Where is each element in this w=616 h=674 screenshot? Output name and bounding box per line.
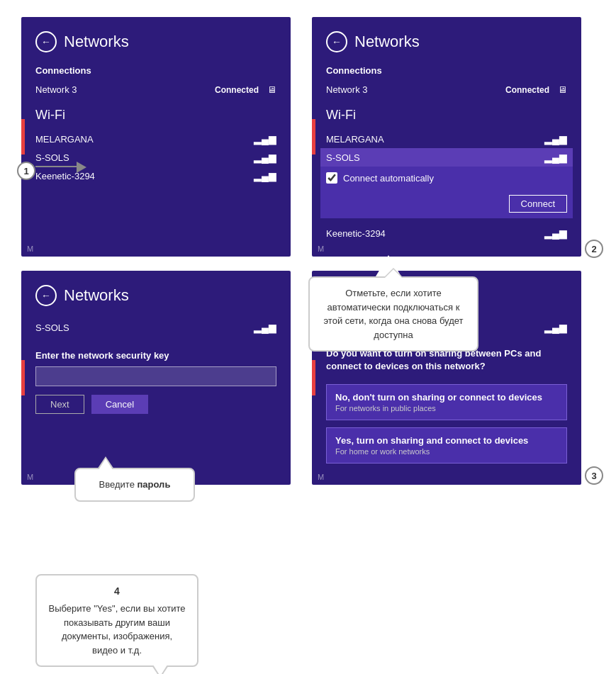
panel3-signal: ▂▄▆ (254, 322, 276, 333)
accent-bar-2 (312, 119, 315, 155)
panel1-ssols: S-SOLS (35, 152, 69, 163)
connect-auto-row: Connect automatically (320, 167, 573, 189)
panel1-connections-label: Connections (35, 65, 276, 76)
panel1-keenetic-row[interactable]: Keenetic-3294 ▂▄▆ (35, 167, 276, 185)
btn-row: Next Cancel (35, 395, 276, 414)
panel2-keenetic: Keenetic-3294 (326, 228, 386, 239)
panel1-pc-icon: 🖥 (267, 84, 276, 95)
sharing-option-no-title: No, don't turn on sharing or connect to … (335, 392, 558, 403)
panel2-network3: Network 3 (326, 84, 368, 95)
panel2-ssols: S-SOLS (326, 152, 360, 163)
panel2-title: Networks (354, 33, 420, 51)
panel3-ssols: S-SOLS (35, 322, 69, 333)
callout-password: Введите пароль (74, 468, 195, 502)
callout2-arrow-up (383, 268, 403, 278)
callout-password-bold: пароль (137, 479, 170, 490)
callout4-text: Выберите "Yes", если вы хотите показыват… (49, 603, 186, 656)
callout-connect-auto: Отметьте, если хотите автоматически подк… (308, 276, 478, 352)
step3-number: 3 (591, 471, 596, 481)
panel2-connections-label: Connections (326, 65, 567, 76)
connect-auto-label: Connect automatically (343, 173, 434, 184)
panel2-melargana-row[interactable]: MELARGANA ▂▄▆ (326, 130, 567, 148)
panel2-connected-group: Connected 🖥 (505, 84, 567, 95)
security-key-input[interactable] (35, 366, 276, 386)
callout-password-pre: Введите (99, 479, 138, 490)
panel1-header: ← Networks (35, 31, 276, 52)
step2-number: 2 (591, 244, 596, 254)
connect-auto-checkbox[interactable] (326, 172, 337, 184)
panel4-signal: ▂▄▆ (544, 322, 567, 333)
step-badge-1: 1 (17, 162, 35, 180)
panel1-connected-group: Connected 🖥 (215, 84, 276, 95)
panel2-pc-icon: 🖥 (558, 84, 567, 95)
panel2-connected-label: Connected (505, 85, 549, 95)
panel2-header: ← Networks (326, 31, 567, 52)
panel2-ssols-row[interactable]: S-SOLS ▂▄▆ (320, 148, 573, 167)
panel3-key-label: Enter the network security key (35, 350, 276, 361)
panel2-keenetic-row[interactable]: Keenetic-3294 ▂▄▆ (326, 224, 567, 242)
panel1-melargana-signal: ▂▄▆ (254, 133, 276, 145)
step1-arrowhead (77, 162, 86, 173)
panel1-wifi-label: Wi-Fi (35, 108, 276, 123)
panel2-wifi-label: Wi-Fi (326, 108, 567, 123)
panel3-ssols-row: S-SOLS ▂▄▆ (35, 319, 276, 336)
panel1-ssols-signal: ▂▄▆ (254, 152, 276, 163)
sharing-option-no[interactable]: No, don't turn on sharing or connect to … (326, 384, 567, 420)
back-arrow-icon-1[interactable]: ← (35, 31, 57, 52)
panel1-network3: Network 3 (35, 84, 77, 95)
panels-grid: ← Networks Connections Network 3 Connect… (0, 0, 616, 502)
callout2-text: Отметьте, если хотите автоматически подк… (324, 288, 464, 340)
next-button[interactable]: Next (35, 395, 84, 414)
panel2-m-letter: M (318, 245, 324, 253)
step-badge-3: 3 (585, 466, 603, 485)
accent-bar-4 (312, 360, 315, 395)
panel1-melargana: MELARGANA (35, 134, 94, 145)
page-wrapper: ← Networks Connections Network 3 Connect… (0, 0, 616, 674)
callout4-number: 4 (48, 584, 186, 599)
cancel-button[interactable]: Cancel (91, 395, 148, 414)
sharing-option-yes-sub: For home or work networks (335, 447, 558, 456)
callout-sharing: 4 Выберите "Yes", если вы хотите показыв… (35, 574, 198, 667)
accent-bar-3 (21, 360, 25, 395)
panel1-keenetic-signal: ▂▄▆ (254, 170, 276, 181)
step1-arrow-line (35, 166, 78, 167)
sharing-option-yes[interactable]: Yes, turn on sharing and connect to devi… (326, 427, 567, 464)
panel2-network-row: Network 3 Connected 🖥 (326, 82, 567, 98)
panel-2: ← Networks Connections Network 3 Connect… (312, 17, 581, 257)
back-arrow-icon-2[interactable]: ← (326, 31, 347, 52)
panel-1: ← Networks Connections Network 3 Connect… (21, 17, 291, 257)
panel1-ssols-row[interactable]: S-SOLS ▂▄▆ (35, 148, 276, 167)
panel-3: ← Networks S-SOLS ▂▄▆ Enter the network … (21, 271, 291, 485)
panel4-m-letter: M (318, 473, 324, 481)
callout4-arrow-inner (153, 665, 167, 674)
sharing-option-yes-title: Yes, turn on sharing and connect to devi… (335, 435, 558, 446)
callout3-arrow-inner (99, 459, 113, 470)
panel1-connected-label: Connected (215, 85, 259, 95)
panel1-network-row: Network 3 Connected 🖥 (35, 82, 276, 98)
panel1-m-letter: M (27, 245, 33, 253)
panel1-melargana-row[interactable]: MELARGANA ▂▄▆ (35, 130, 276, 148)
panel1-title: Networks (64, 33, 129, 51)
panel3-title: Networks (64, 286, 129, 305)
step-badge-2: 2 (585, 240, 603, 258)
sharing-option-no-sub: For networks in public places (335, 404, 558, 412)
panel3-header: ← Networks (35, 285, 276, 306)
accent-bar-1 (21, 119, 25, 155)
connect-button-row: Connect (320, 189, 573, 218)
panel2-keenetic-signal: ▂▄▆ (544, 228, 567, 239)
panel3-m-letter: M (27, 473, 33, 481)
connect-button[interactable]: Connect (509, 195, 567, 213)
panel2-melargana: MELARGANA (326, 134, 384, 145)
panel2-ssols-signal: ▂▄▆ (544, 152, 567, 163)
panel2-melargana-signal: ▂▄▆ (544, 133, 567, 145)
back-arrow-icon-3[interactable]: ← (35, 285, 57, 306)
step1-number: 1 (23, 166, 28, 176)
